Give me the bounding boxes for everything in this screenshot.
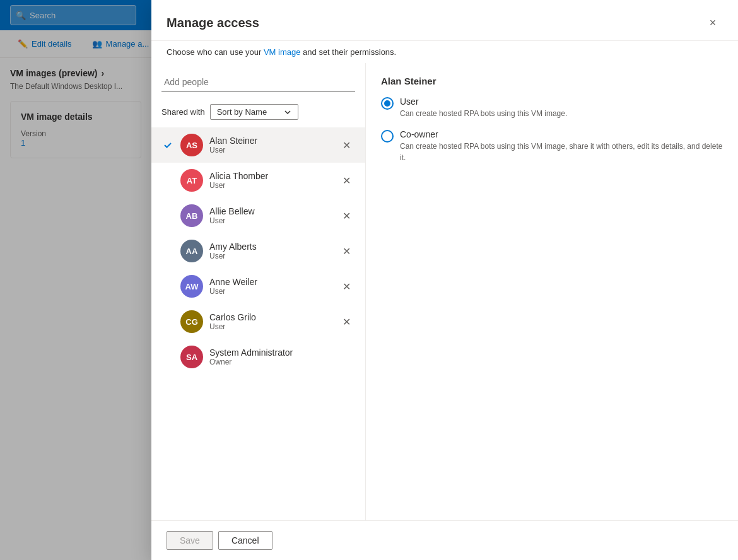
permissions-list: UserCan create hosted RPA bots using thi… <box>381 96 723 163</box>
radio-inner <box>384 100 390 107</box>
person-role: User <box>209 287 331 296</box>
permission-label: Co-owner <box>400 129 723 139</box>
person-role: User <box>209 181 331 190</box>
remove-person-button[interactable]: ✕ <box>337 242 355 260</box>
avatar: SA <box>180 346 203 368</box>
close-icon: × <box>710 16 717 30</box>
radio-button[interactable] <box>381 130 394 143</box>
permission-option[interactable]: Co-ownerCan create hosted RPA bots using… <box>381 129 723 163</box>
person-name: Allie Bellew <box>209 206 331 216</box>
manage-access-modal: Manage access × Choose who can use your … <box>151 0 738 560</box>
person-name: Amy Alberts <box>209 242 331 252</box>
avatar: CG <box>180 310 203 333</box>
avatar: AA <box>180 240 203 262</box>
permission-description: Can create hosted RPA bots using this VM… <box>400 141 723 163</box>
list-item[interactable]: CGCarlos GriloUser✕ <box>151 304 365 339</box>
permission-text: Co-ownerCan create hosted RPA bots using… <box>400 129 723 163</box>
people-list: ASAlan SteinerUser✕ATAlicia ThomberUser✕… <box>151 127 365 510</box>
cancel-button[interactable]: Cancel <box>218 531 272 550</box>
list-item[interactable]: AWAnne WeilerUser✕ <box>151 269 365 304</box>
person-info: Carlos GriloUser <box>209 312 331 331</box>
person-name: Anne Weiler <box>209 277 331 287</box>
person-info: Anne WeilerUser <box>209 277 331 296</box>
chevron-down-icon <box>284 108 291 116</box>
selected-person-name: Alan Steiner <box>381 76 723 86</box>
remove-person-button[interactable]: ✕ <box>337 136 355 154</box>
sort-dropdown[interactable]: Sort by Name <box>210 104 298 120</box>
avatar: AT <box>180 169 203 192</box>
person-role: User <box>209 216 331 225</box>
permission-text: UserCan create hosted RPA bots using thi… <box>400 96 723 119</box>
modal-footer: Save Cancel <box>151 520 738 560</box>
person-info: Allie BellewUser <box>209 206 331 225</box>
modal-close-button[interactable]: × <box>703 13 723 33</box>
remove-person-button[interactable]: ✕ <box>337 277 355 295</box>
shared-with-row: Shared with Sort by Name <box>151 99 365 125</box>
add-people-input[interactable] <box>161 73 355 91</box>
remove-person-button[interactable]: ✕ <box>337 313 355 330</box>
modal-subtitle: Choose who can use your VM image and set… <box>151 41 738 63</box>
save-button[interactable]: Save <box>167 531 213 550</box>
modal-header: Manage access × <box>151 0 738 41</box>
permission-description: Can create hosted RPA bots using this VM… <box>400 108 723 119</box>
shared-with-label: Shared with <box>161 107 205 117</box>
person-role: Owner <box>209 358 355 366</box>
remove-person-button[interactable]: ✕ <box>337 172 355 189</box>
list-item[interactable]: SASystem AdministratorOwner <box>151 339 365 375</box>
list-item[interactable]: AAAmy AlbertsUser✕ <box>151 233 365 269</box>
list-item[interactable]: ASAlan SteinerUser✕ <box>151 127 365 163</box>
permission-label: User <box>400 96 723 107</box>
avatar: AB <box>180 204 203 227</box>
person-info: Alan SteinerUser <box>209 136 331 155</box>
avatar: AW <box>180 275 203 298</box>
person-info: System AdministratorOwner <box>209 347 355 366</box>
radio-button[interactable] <box>381 97 394 110</box>
person-name: Alicia Thomber <box>209 171 331 181</box>
person-role: User <box>209 146 331 155</box>
people-panel: Shared with Sort by Name ASAlan SteinerU… <box>151 63 366 520</box>
list-item[interactable]: ABAllie BellewUser✕ <box>151 198 365 233</box>
sort-label: Sort by Name <box>217 107 267 117</box>
permission-option[interactable]: UserCan create hosted RPA bots using thi… <box>381 96 723 119</box>
modal-body: Shared with Sort by Name ASAlan SteinerU… <box>151 63 738 520</box>
modal-title: Manage access <box>167 16 259 30</box>
list-item[interactable]: ATAlicia ThomberUser✕ <box>151 163 365 198</box>
person-info: Alicia ThomberUser <box>209 171 331 190</box>
person-name: System Administrator <box>209 347 355 358</box>
person-role: User <box>209 322 331 331</box>
permissions-panel: Alan Steiner UserCan create hosted RPA b… <box>366 63 738 520</box>
person-info: Amy AlbertsUser <box>209 242 331 260</box>
avatar: AS <box>180 134 203 156</box>
person-check-icon <box>161 140 174 150</box>
person-name: Carlos Grilo <box>209 312 331 322</box>
person-name: Alan Steiner <box>209 136 331 146</box>
remove-person-button[interactable]: ✕ <box>337 207 355 225</box>
person-role: User <box>209 252 331 260</box>
